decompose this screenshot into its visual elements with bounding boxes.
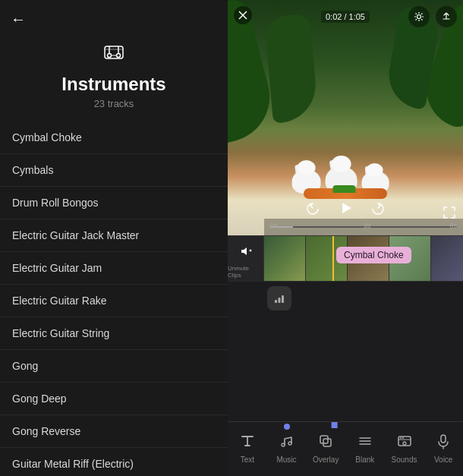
sounds-icon xyxy=(393,430,416,452)
track-item[interactable]: Gong Deep xyxy=(0,383,228,415)
svg-point-2 xyxy=(117,54,121,58)
second-track-row xyxy=(228,281,463,314)
track-count: 23 tracks xyxy=(0,98,228,109)
sounds-label: Sounds xyxy=(392,456,417,464)
svg-point-21 xyxy=(400,437,402,439)
timeline-start: 0s xyxy=(270,222,278,229)
track-item[interactable]: Electric Guitar Jack Master xyxy=(0,219,228,252)
video-top-controls xyxy=(408,6,457,27)
music-icon xyxy=(276,430,298,452)
track-item[interactable]: Electric Guitar Jam xyxy=(0,252,228,285)
share-button[interactable] xyxy=(436,6,457,27)
svg-rect-10 xyxy=(282,295,284,303)
music-indicator xyxy=(332,422,338,428)
clip-thumbnail xyxy=(431,236,463,281)
timeline-mid: 3s xyxy=(364,222,371,229)
timeline-section: Unmute Clips Cymbal Choke xyxy=(228,235,463,421)
music-label: Music xyxy=(276,456,296,464)
blank-label: Blank xyxy=(355,456,374,464)
toolbar-sounds[interactable]: Sounds xyxy=(385,428,424,464)
clip-thumbnail xyxy=(264,236,306,281)
mute-button[interactable] xyxy=(234,239,258,263)
blank-icon xyxy=(354,430,376,452)
track-item[interactable]: Cymbal Choke xyxy=(0,121,228,154)
instruments-panel: ← Instruments 23 tracks Cymbal Choke Cym… xyxy=(0,0,228,476)
text-icon xyxy=(236,430,259,452)
svg-rect-8 xyxy=(275,300,277,303)
timeline-end: 6s xyxy=(449,222,457,229)
svg-point-12 xyxy=(288,442,291,445)
toolbar-voice[interactable]: Voice xyxy=(424,428,463,464)
svg-point-5 xyxy=(417,15,421,19)
toolbar-text[interactable]: Text xyxy=(228,428,267,464)
overlay-label: Overlay xyxy=(313,456,339,464)
music-dot xyxy=(284,424,290,430)
track-item[interactable]: Electric Guitar Rake xyxy=(0,285,228,317)
track-item[interactable]: Drum Roll Bongos xyxy=(0,187,228,219)
track-list: Cymbal Choke Cymbals Drum Roll Bongos El… xyxy=(0,121,228,476)
track-item[interactable]: Gong Reverse xyxy=(0,415,228,448)
panel-header: Instruments 23 tracks xyxy=(0,0,228,121)
clips-area: Cymbal Choke xyxy=(264,236,463,281)
video-timestamp: 0:02 / 1:05 xyxy=(321,11,370,23)
toolbar-music[interactable]: Music xyxy=(267,428,307,464)
video-close-button[interactable] xyxy=(234,6,252,24)
track-item[interactable]: Cymbals xyxy=(0,154,228,187)
forward-button[interactable] xyxy=(370,200,386,221)
main-track-row: Unmute Clips Cymbal Choke xyxy=(228,235,463,281)
svg-point-11 xyxy=(282,443,285,446)
svg-rect-23 xyxy=(441,435,446,443)
mute-label: Unmute Clips xyxy=(228,265,263,279)
track-item[interactable]: Guitar Metal Riff (Electric) xyxy=(0,448,228,476)
svg-point-1 xyxy=(108,54,112,58)
cymbal-chip[interactable]: Cymbal Choke xyxy=(336,247,411,263)
svg-point-22 xyxy=(402,437,404,439)
bar-chart-button[interactable] xyxy=(267,286,291,311)
settings-button[interactable] xyxy=(408,6,430,27)
svg-rect-9 xyxy=(279,298,281,303)
instruments-icon xyxy=(0,42,228,68)
toolbar-overlay[interactable]: Overlay xyxy=(306,428,345,464)
rewind-button[interactable] xyxy=(304,200,321,221)
svg-point-20 xyxy=(403,442,406,445)
text-label: Text xyxy=(241,456,254,464)
panel-title: Instruments xyxy=(0,74,228,95)
voice-label: Voice xyxy=(434,456,452,464)
mute-area: Unmute Clips xyxy=(228,236,264,281)
back-button[interactable]: ← xyxy=(11,11,26,28)
bottom-toolbar: Text Music Overlay xyxy=(228,421,463,476)
video-container: 0:02 / 1:05 xyxy=(228,0,463,235)
right-panel: 0:02 / 1:05 xyxy=(228,0,463,476)
toolbar-blank[interactable]: Blank xyxy=(345,428,385,464)
playhead-marker xyxy=(332,236,334,281)
track-item[interactable]: Gong xyxy=(0,350,228,383)
voice-icon xyxy=(432,430,455,452)
overlay-icon xyxy=(314,430,337,452)
track-item[interactable]: Electric Guitar String xyxy=(0,317,228,350)
